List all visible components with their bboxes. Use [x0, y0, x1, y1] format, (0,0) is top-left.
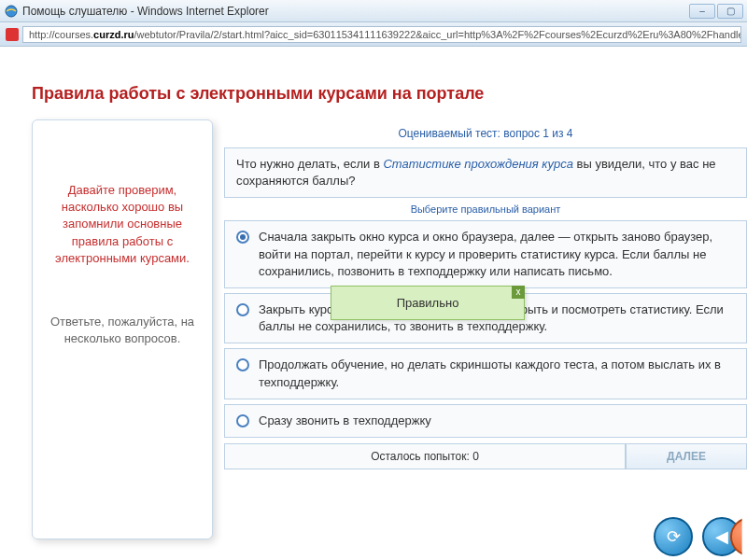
quiz-footer: Осталось попыток: 0 ДАЛЕЕ: [224, 443, 747, 469]
window-titlebar: Помощь слушателю - Windows Internet Expl…: [0, 0, 747, 22]
option-text: Продолжать обучение, но делать скриншоты…: [259, 357, 735, 390]
url-field[interactable]: http://courses.curzd.ru/webtutor/Pravila…: [22, 26, 741, 43]
next-button[interactable]: ДАЛЕЕ: [626, 443, 747, 469]
refresh-button[interactable]: ⟳: [654, 517, 693, 556]
url-prefix: http://courses.: [29, 29, 93, 40]
refresh-icon: ⟳: [667, 526, 681, 547]
site-icon: [6, 28, 19, 41]
option-3[interactable]: Сразу звонить в техподдержку: [224, 404, 747, 438]
option-2[interactable]: Продолжать обучение, но делать скриншоты…: [224, 348, 747, 399]
option-text: Сначала закрыть окно курса и окно браузе…: [259, 229, 735, 280]
quiz-instruction: Выберите правильный вариант: [224, 198, 747, 220]
window-title: Помощь слушателю - Windows Internet Expl…: [22, 5, 689, 18]
ie-icon: [4, 4, 19, 19]
back-icon: ◀: [715, 526, 728, 547]
page-title: Правила работы с электронными курсами на…: [32, 84, 484, 104]
address-bar: http://courses.curzd.ru/webtutor/Pravila…: [0, 22, 747, 47]
maximize-button[interactable]: ▢: [717, 4, 743, 19]
sidebar-intro-text: Давайте проверим, насколько хорошо вы за…: [42, 182, 203, 267]
feedback-text: Правильно: [397, 296, 459, 310]
url-rest: /webtutor/Pravila/2/start.html?aicc_sid=…: [134, 29, 742, 40]
sidebar-panel: Давайте проверим, насколько хорошо вы за…: [32, 119, 213, 539]
window-controls: – ▢: [689, 4, 743, 19]
feedback-popup: x Правильно: [331, 286, 525, 320]
question-link: Статистике прохождения курса: [383, 157, 573, 171]
nav-circles: ⟳ ◀: [654, 517, 741, 556]
quiz-progress: Оцениваемый тест: вопрос 1 из 4: [224, 119, 747, 147]
minimize-button[interactable]: –: [689, 4, 715, 19]
attempts-left: Осталось попыток: 0: [224, 443, 626, 469]
content-area: Правила работы с электронными курсами на…: [0, 47, 747, 560]
close-icon[interactable]: x: [512, 286, 525, 299]
question-box: Что нужно делать, если в Статистике прох…: [224, 147, 747, 198]
sidebar-instruction-text: Ответьте, пожалуйста, на несколько вопро…: [42, 314, 203, 347]
question-text-before: Что нужно делать, если в: [236, 157, 383, 171]
url-domain: curzd.ru: [93, 29, 134, 40]
radio-icon[interactable]: [236, 358, 249, 371]
quiz-panel: Оцениваемый тест: вопрос 1 из 4 Что нужн…: [224, 119, 747, 539]
radio-icon[interactable]: [236, 414, 249, 427]
radio-icon[interactable]: [236, 303, 249, 316]
radio-icon[interactable]: [236, 231, 249, 244]
option-0[interactable]: Сначала закрыть окно курса и окно браузе…: [224, 220, 747, 288]
option-text: Сразу звонить в техподдержку: [259, 413, 735, 429]
